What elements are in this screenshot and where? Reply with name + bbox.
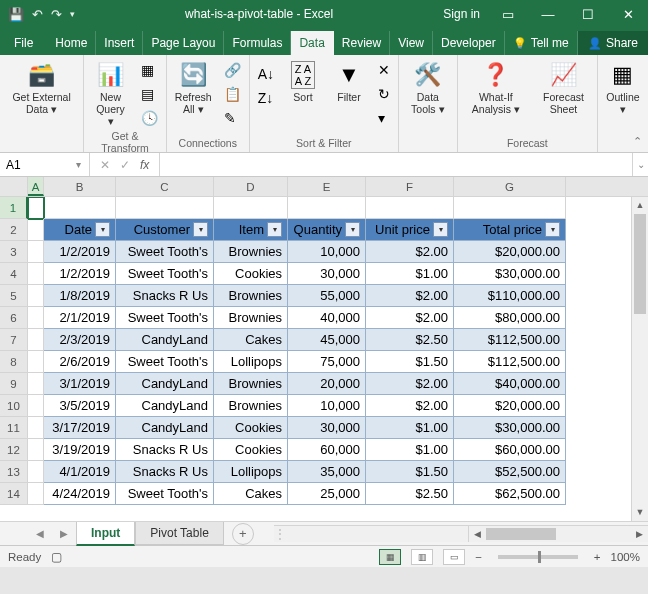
cell[interactable]: Sweet Tooth's bbox=[116, 483, 214, 505]
cell[interactable]: 10,000 bbox=[288, 241, 366, 263]
filter-button[interactable]: ▼ Filter bbox=[328, 59, 370, 105]
name-box[interactable]: ▾ bbox=[0, 153, 90, 176]
table-header[interactable]: Unit price▾ bbox=[366, 219, 454, 241]
signin-link[interactable]: Sign in bbox=[435, 7, 488, 21]
table-header[interactable]: Total price▾ bbox=[454, 219, 566, 241]
row-header[interactable]: 12 bbox=[0, 439, 28, 461]
cell[interactable]: $112,500.00 bbox=[454, 329, 566, 351]
row-header[interactable]: 3 bbox=[0, 241, 28, 263]
col-header-e[interactable]: E bbox=[288, 177, 366, 196]
sort-desc-button[interactable]: Z↓ bbox=[254, 87, 278, 109]
ribbon-options-icon[interactable]: ▭ bbox=[488, 7, 528, 22]
scroll-up-icon[interactable]: ▲ bbox=[632, 197, 648, 214]
macro-record-icon[interactable]: ▢ bbox=[51, 550, 62, 564]
row-header[interactable]: 7 bbox=[0, 329, 28, 351]
cell[interactable]: 3/5/2019 bbox=[44, 395, 116, 417]
add-sheet-button[interactable]: + bbox=[232, 523, 254, 545]
connections-button[interactable]: 🔗 bbox=[220, 59, 245, 81]
cell[interactable]: Brownies bbox=[214, 395, 288, 417]
cell[interactable] bbox=[28, 351, 44, 373]
filter-dropdown-icon[interactable]: ▾ bbox=[433, 222, 448, 237]
advanced-button[interactable]: ▾ bbox=[374, 107, 394, 129]
chevron-down-icon[interactable]: ▾ bbox=[68, 159, 88, 170]
cell[interactable]: $30,000.00 bbox=[454, 417, 566, 439]
cell[interactable]: 55,000 bbox=[288, 285, 366, 307]
cell[interactable] bbox=[28, 395, 44, 417]
cell-a1[interactable] bbox=[28, 197, 44, 219]
sheet-tab-input[interactable]: Input bbox=[76, 522, 135, 546]
refresh-all-button[interactable]: 🔄 Refresh All ▾ bbox=[171, 59, 216, 117]
cell[interactable]: $110,000.00 bbox=[454, 285, 566, 307]
col-header-d[interactable]: D bbox=[214, 177, 288, 196]
table-header[interactable]: Item▾ bbox=[214, 219, 288, 241]
tab-view[interactable]: View bbox=[390, 31, 433, 55]
filter-dropdown-icon[interactable]: ▾ bbox=[193, 222, 208, 237]
cell[interactable]: Sweet Tooth's bbox=[116, 263, 214, 285]
vertical-scrollbar[interactable]: ▲ ▼ bbox=[631, 197, 648, 521]
reapply-button[interactable]: ↻ bbox=[374, 83, 394, 105]
cell[interactable]: 1/2/2019 bbox=[44, 263, 116, 285]
cell[interactable]: $62,500.00 bbox=[454, 483, 566, 505]
zoom-out-button[interactable]: − bbox=[475, 551, 482, 563]
filter-dropdown-icon[interactable]: ▾ bbox=[545, 222, 560, 237]
forecast-sheet-button[interactable]: 📈 Forecast Sheet bbox=[534, 59, 593, 117]
cell[interactable] bbox=[366, 197, 454, 219]
sort-button[interactable]: Z AA Z Sort bbox=[282, 59, 324, 105]
cell[interactable]: Snacks R Us bbox=[116, 285, 214, 307]
cell[interactable]: Sweet Tooth's bbox=[116, 307, 214, 329]
tab-insert[interactable]: Insert bbox=[96, 31, 143, 55]
cell[interactable]: Lollipops bbox=[214, 461, 288, 483]
table-header[interactable]: Customer▾ bbox=[116, 219, 214, 241]
cell[interactable]: 45,000 bbox=[288, 329, 366, 351]
view-normal-button[interactable]: ▦ bbox=[379, 549, 401, 565]
cell[interactable]: $2.00 bbox=[366, 307, 454, 329]
select-all-cell[interactable] bbox=[0, 177, 28, 196]
show-queries-button[interactable]: ▦ bbox=[137, 59, 162, 81]
col-header-a[interactable]: A bbox=[28, 177, 44, 196]
tab-data[interactable]: Data bbox=[291, 31, 333, 55]
maximize-icon[interactable]: ☐ bbox=[568, 7, 608, 22]
cell[interactable] bbox=[288, 197, 366, 219]
recent-sources-button[interactable]: 🕓 bbox=[137, 107, 162, 129]
cell[interactable] bbox=[28, 439, 44, 461]
cell[interactable]: $20,000.00 bbox=[454, 241, 566, 263]
edit-links-button[interactable]: ✎ bbox=[220, 107, 245, 129]
tab-formulas[interactable]: Formulas bbox=[224, 31, 291, 55]
view-page-layout-button[interactable]: ▥ bbox=[411, 549, 433, 565]
sheet-nav-prev-icon[interactable]: ◀ bbox=[28, 528, 52, 539]
col-header-b[interactable]: B bbox=[44, 177, 116, 196]
horizontal-scrollbar[interactable]: ◀ ▶ bbox=[468, 526, 648, 542]
cell[interactable]: $1.00 bbox=[366, 263, 454, 285]
fx-icon[interactable]: fx bbox=[140, 158, 149, 172]
cell[interactable]: $1.00 bbox=[366, 417, 454, 439]
col-header-f[interactable]: F bbox=[366, 177, 454, 196]
row-header[interactable]: 13 bbox=[0, 461, 28, 483]
cell[interactable]: Brownies bbox=[214, 285, 288, 307]
row-header[interactable]: 1 bbox=[0, 197, 28, 219]
cell[interactable]: Brownies bbox=[214, 307, 288, 329]
cell[interactable] bbox=[454, 197, 566, 219]
cell[interactable]: Cakes bbox=[214, 329, 288, 351]
cell[interactable]: $2.50 bbox=[366, 483, 454, 505]
view-page-break-button[interactable]: ▭ bbox=[443, 549, 465, 565]
row-header[interactable]: 8 bbox=[0, 351, 28, 373]
cell[interactable] bbox=[28, 417, 44, 439]
data-tools-button[interactable]: 🛠️ Data Tools ▾ bbox=[403, 59, 453, 117]
sheet-tab-pivot[interactable]: Pivot Table bbox=[135, 522, 223, 545]
table-header[interactable]: Quantity▾ bbox=[288, 219, 366, 241]
cell[interactable]: 2/3/2019 bbox=[44, 329, 116, 351]
cell[interactable]: 20,000 bbox=[288, 373, 366, 395]
collapse-ribbon-icon[interactable]: ⌃ bbox=[633, 135, 642, 148]
cell[interactable]: Snacks R Us bbox=[116, 439, 214, 461]
cell[interactable] bbox=[28, 461, 44, 483]
col-header-g[interactable]: G bbox=[454, 177, 566, 196]
cell[interactable] bbox=[28, 329, 44, 351]
row-header[interactable]: 9 bbox=[0, 373, 28, 395]
cell[interactable]: $1.00 bbox=[366, 439, 454, 461]
cell[interactable]: 25,000 bbox=[288, 483, 366, 505]
col-header-c[interactable]: C bbox=[116, 177, 214, 196]
cell[interactable] bbox=[28, 285, 44, 307]
cell[interactable]: Lollipops bbox=[214, 351, 288, 373]
row-header[interactable]: 5 bbox=[0, 285, 28, 307]
row-header[interactable]: 4 bbox=[0, 263, 28, 285]
